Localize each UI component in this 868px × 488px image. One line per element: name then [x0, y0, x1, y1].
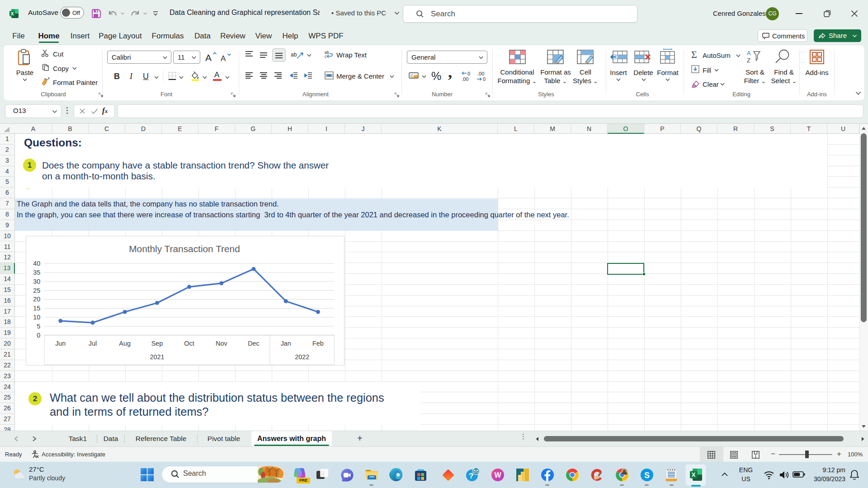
svg-text:.00: .00: [477, 71, 484, 76]
svg-text:Monthly Transaction Trend: Monthly Transaction Trend: [129, 244, 240, 254]
svg-text:Jun: Jun: [55, 340, 66, 347]
svg-text:20: 20: [33, 296, 40, 303]
svg-text:2021: 2021: [150, 353, 164, 361]
svg-text:0: 0: [467, 71, 470, 76]
svg-text:15: 15: [33, 305, 40, 312]
svg-text:40: 40: [33, 260, 40, 267]
svg-text:Feb: Feb: [312, 340, 324, 347]
svg-text:ab: ab: [291, 52, 297, 58]
svg-text:Z: Z: [747, 57, 750, 64]
svg-text:Nov: Nov: [216, 340, 227, 347]
svg-text:A: A: [205, 52, 212, 63]
svg-text:S: S: [644, 471, 650, 480]
svg-text:25: 25: [33, 287, 40, 294]
svg-text:A: A: [221, 54, 226, 63]
svg-text:0: 0: [37, 332, 40, 339]
svg-text:X: X: [692, 471, 696, 478]
svg-text:35: 35: [33, 269, 40, 276]
svg-text:Jan: Jan: [281, 340, 291, 347]
svg-text:Dec: Dec: [248, 340, 259, 347]
svg-text:2022: 2022: [295, 353, 309, 361]
svg-text:C: C: [410, 74, 414, 78]
svg-text:.00: .00: [462, 76, 468, 82]
svg-text:Sep: Sep: [151, 340, 163, 347]
svg-text:0: 0: [483, 76, 486, 82]
svg-text:W: W: [494, 471, 501, 479]
svg-text:10: 10: [33, 314, 40, 321]
svg-text:Jul: Jul: [89, 340, 97, 347]
svg-text:A: A: [747, 50, 751, 56]
svg-text:c: c: [325, 54, 327, 59]
svg-text:X: X: [11, 11, 14, 16]
svg-text:Aug: Aug: [119, 340, 131, 347]
svg-text:30: 30: [33, 278, 40, 285]
svg-text:Oct: Oct: [184, 340, 194, 347]
svg-text:5: 5: [37, 323, 40, 330]
svg-text:?: ?: [469, 472, 473, 480]
